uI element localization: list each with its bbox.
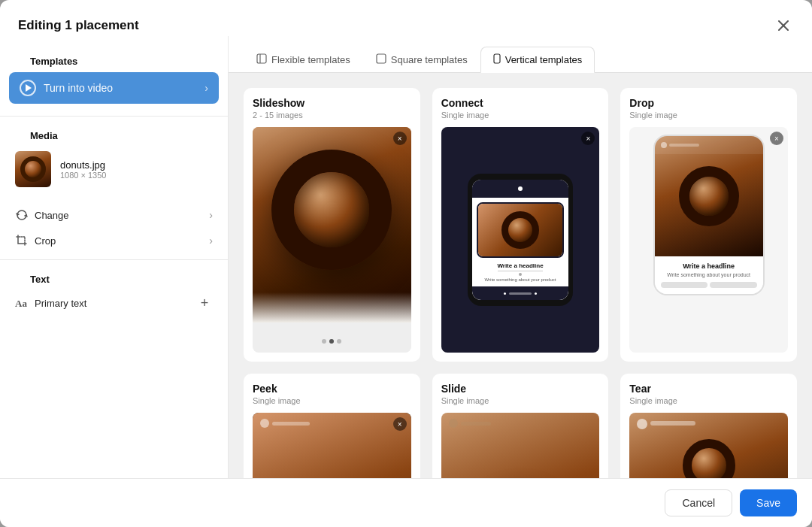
peek-preview: × (253, 413, 411, 478)
crop-chevron-icon: › (209, 235, 213, 247)
tear-subtitle: Single image (629, 396, 788, 405)
slideshow-subtitle: 2 - 15 images (253, 111, 411, 120)
play-circle-icon (20, 80, 36, 96)
turn-into-video-label: Turn into video (44, 82, 113, 94)
svg-rect-3 (257, 54, 266, 63)
tear-preview: Write a headline Write something about y… (629, 413, 788, 478)
template-card-peek[interactable]: Peek Single image × (244, 374, 420, 478)
divider-2 (0, 259, 228, 260)
text-icon: Aa (15, 296, 29, 310)
cancel-button[interactable]: Cancel (665, 489, 732, 516)
templates-grid: Slideshow 2 - 15 images × (244, 88, 797, 478)
media-section: donuts.jpg 1080 × 1350 (0, 145, 228, 202)
primary-text-row: Aa Primary text + (15, 295, 213, 311)
slide-preview (441, 413, 600, 478)
connect-donut-image (478, 204, 562, 256)
drop-sub: Write something about your product (661, 272, 757, 277)
templates-grid-area: Slideshow 2 - 15 images × (229, 73, 812, 478)
chevron-right-icon: › (205, 82, 208, 94)
media-thumbnail (15, 151, 51, 187)
save-button[interactable]: Save (740, 489, 797, 516)
template-card-connect[interactable]: Connect Single image × (432, 88, 609, 362)
template-card-slideshow[interactable]: Slideshow 2 - 15 images × (244, 88, 420, 362)
drop-title: Drop (629, 97, 788, 109)
media-filename: donuts.jpg (60, 159, 213, 171)
slide-subtitle: Single image (441, 396, 600, 405)
slideshow-title: Slideshow (253, 97, 411, 109)
tear-title: Tear (629, 383, 788, 395)
connect-sub-text: Write something about your product (477, 277, 564, 282)
template-card-slide[interactable]: Slide Single image (432, 374, 609, 478)
text-section: Aa Primary text + (0, 289, 228, 317)
drop-preview: × (629, 127, 788, 353)
modal-header: Editing 1 placement (0, 0, 812, 36)
slideshow-image (253, 127, 411, 323)
templates-section-label: Templates (15, 53, 92, 73)
modal: Editing 1 placement Templates Turn into … (0, 0, 812, 527)
tabs-row: Flexible templates Square templates (229, 36, 812, 73)
left-panel: Templates Turn into video › Media (0, 36, 229, 478)
crop-label: Crop (35, 235, 56, 247)
crop-button[interactable]: Crop › (0, 228, 228, 253)
modal-footer: Cancel Save (0, 478, 812, 527)
tab-square[interactable]: Square templates (363, 47, 480, 73)
right-panel: Flexible templates Square templates (229, 36, 812, 478)
drop-close-icon: × (770, 132, 783, 145)
turn-into-video-button[interactable]: Turn into video › (9, 72, 219, 104)
template-card-drop[interactable]: Drop Single image × (620, 88, 797, 362)
peek-title: Peek (253, 383, 411, 395)
media-dimensions: 1080 × 1350 (60, 171, 213, 180)
template-card-tear[interactable]: Tear Single image (620, 374, 797, 478)
square-icon (376, 53, 386, 66)
svg-rect-5 (377, 54, 386, 63)
tab-square-label: Square templates (391, 54, 468, 65)
text-section-label: Text (15, 271, 65, 291)
connect-headline-text: Write a headline (477, 262, 564, 269)
primary-text-label: Primary text (35, 298, 86, 309)
drop-headline: Write a headline (661, 262, 757, 270)
divider-1 (0, 116, 228, 117)
media-item: donuts.jpg 1080 × 1350 (15, 151, 213, 187)
tab-vertical-label: Vertical templates (505, 54, 583, 65)
svg-rect-6 (494, 54, 500, 63)
tab-flexible[interactable]: Flexible templates (244, 47, 363, 73)
svg-text:Aa: Aa (15, 298, 27, 308)
add-primary-text-button[interactable]: + (196, 295, 213, 311)
change-label: Change (35, 210, 69, 221)
peek-subtitle: Single image (253, 396, 411, 405)
connect-close-icon: × (581, 132, 595, 145)
slideshow-preview: × (253, 127, 411, 353)
connect-preview: × (441, 127, 600, 353)
tab-vertical[interactable]: Vertical templates (480, 47, 595, 73)
modal-title: Editing 1 placement (18, 18, 139, 33)
connect-title: Connect (441, 97, 600, 109)
connect-subtitle: Single image (441, 111, 600, 120)
slide-title: Slide (441, 383, 600, 395)
change-icon (15, 208, 29, 222)
vertical-icon (493, 53, 501, 66)
slideshow-close-icon: × (393, 132, 407, 145)
peek-close-icon: × (393, 417, 407, 431)
crop-icon (15, 234, 29, 247)
play-triangle-icon (26, 84, 32, 92)
flexible-icon (256, 53, 267, 66)
tab-flexible-label: Flexible templates (271, 54, 350, 65)
change-button[interactable]: Change › (0, 202, 228, 228)
close-button[interactable] (773, 15, 794, 36)
drop-subtitle: Single image (629, 111, 788, 120)
change-chevron-icon: › (209, 209, 213, 221)
modal-body: Templates Turn into video › Media (0, 36, 812, 478)
connect-phone-frame: Write a headline Write something about y… (468, 174, 573, 306)
media-section-label: Media (15, 127, 73, 147)
connect-screen: Write a headline Write something about y… (472, 180, 568, 300)
